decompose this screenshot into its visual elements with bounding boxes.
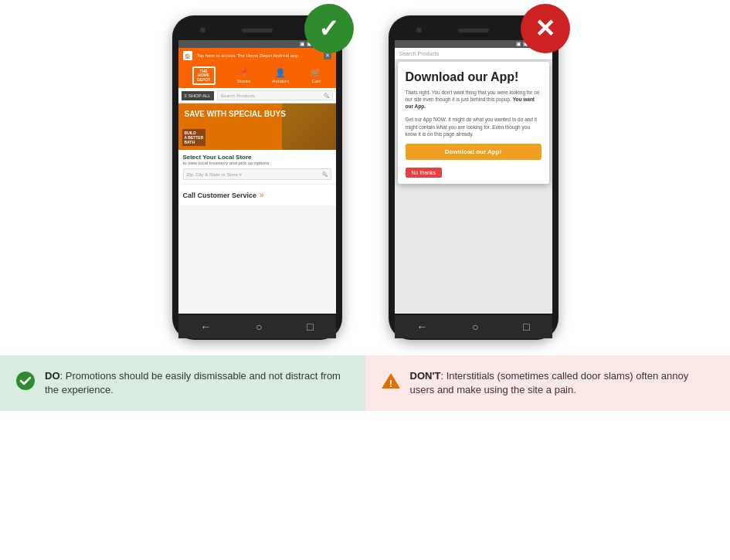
store-section-sub: to view local inventory and pick up opti… bbox=[183, 161, 331, 165]
warning-icon: ! bbox=[381, 371, 401, 395]
hd-toolbar: ≡ SHOP ALL Search Products 🔍 bbox=[178, 88, 336, 104]
left-phone: ▣ ▣ ▣ ▶ ▮▮ 🏠 Tap here to access The Home… bbox=[172, 15, 342, 340]
do-icon bbox=[15, 371, 36, 395]
phone-speaker-right bbox=[458, 29, 489, 32]
warning-triangle-icon: ! bbox=[381, 371, 401, 391]
home-btn-right[interactable]: ○ bbox=[472, 321, 478, 333]
phone-speaker bbox=[242, 29, 273, 32]
call-customer-service[interactable]: Call Customer Service » bbox=[178, 185, 336, 205]
right-search-bar[interactable]: Search Products bbox=[395, 48, 552, 60]
svg-text:!: ! bbox=[389, 378, 392, 389]
shop-all-btn[interactable]: ≡ SHOP ALL bbox=[182, 91, 214, 100]
right-phone: ▣ ▣ ▣ ▶ ▮▮ Search Products Download our … bbox=[389, 15, 559, 340]
app-banner[interactable]: 🏠 Tap here to access The Home Depot Andr… bbox=[178, 48, 336, 63]
hero-badge: BUILDA BETTERBATH bbox=[182, 129, 206, 146]
popup-body1: Thats right. You don't want thing that y… bbox=[406, 89, 542, 110]
hd-header: THEHOMEDEPOT 📍 Stores 👤 Account 🛒 Cart bbox=[178, 63, 336, 88]
right-phone-wrapper: ✕ ▣ ▣ ▣ ▶ ▮▮ Search Products bbox=[389, 15, 559, 340]
nav-cart[interactable]: 🛒 Cart bbox=[311, 68, 321, 83]
bottom-nav-left: ← ○ □ bbox=[178, 315, 336, 338]
do-panel-text: DO: Promotions should be easily dismissa… bbox=[45, 369, 350, 397]
no-thanks-btn[interactable]: No thanks bbox=[406, 164, 542, 178]
home-btn[interactable]: ○ bbox=[256, 321, 262, 333]
store-section-title: Select Your Local Store bbox=[183, 154, 331, 161]
screen-right: Search Products Download our App! Thats … bbox=[395, 48, 552, 314]
back-btn-right[interactable]: ← bbox=[416, 321, 427, 333]
hero-text: SAVE WITH SPECIAL BUYS bbox=[185, 110, 330, 119]
hd-hero: SAVE WITH SPECIAL BUYS BUILDA BETTERBATH bbox=[178, 104, 336, 150]
store-input[interactable]: Zip, City & State or Store # 🔍 bbox=[183, 168, 331, 180]
call-arrow: » bbox=[260, 191, 264, 199]
bottom-panels: DO: Promotions should be easily dismissa… bbox=[0, 355, 730, 411]
main-content: ✓ ▣ ▣ ▣ ▶ ▮▮ 🏠 Tap here to access The Ho… bbox=[0, 0, 730, 355]
hd-logo: THEHOMEDEPOT bbox=[192, 66, 216, 85]
nav-account[interactable]: 👤 Account bbox=[272, 68, 289, 83]
banner-text: Tap here to access The Home Depot Androi… bbox=[197, 53, 300, 58]
popup-title: Download our App! bbox=[406, 70, 542, 84]
call-service-text: Call Customer Service bbox=[183, 192, 257, 199]
dont-panel-text: DON'T: Interstitials (sometimes called d… bbox=[410, 369, 715, 397]
interstitial-popup: Download our App! Thats right. You don't… bbox=[398, 62, 549, 184]
store-section: Select Your Local Store to view local in… bbox=[178, 150, 336, 185]
download-btn[interactable]: Download our App! bbox=[406, 144, 542, 160]
phone-camera-right bbox=[416, 28, 422, 33]
recents-btn[interactable]: □ bbox=[307, 321, 313, 333]
recents-btn-right[interactable]: □ bbox=[523, 321, 529, 333]
svg-point-0 bbox=[16, 372, 35, 390]
dont-panel: ! DON'T: Interstitials (sometimes called… bbox=[365, 355, 731, 411]
screen-left: 🏠 Tap here to access The Home Depot Andr… bbox=[178, 48, 336, 314]
bottom-nav-right: ← ○ □ bbox=[395, 315, 552, 338]
good-badge: ✓ bbox=[304, 4, 354, 53]
checkmark-circle-icon bbox=[15, 371, 36, 391]
popup-body2: Get our App NOW. It might do what you wa… bbox=[406, 116, 542, 137]
nav-stores[interactable]: 📍 Stores bbox=[237, 68, 250, 83]
left-phone-wrapper: ✓ ▣ ▣ ▣ ▶ ▮▮ 🏠 Tap here to access The Ho… bbox=[172, 15, 342, 340]
banner-icon: 🏠 bbox=[183, 51, 192, 60]
phone-camera bbox=[200, 28, 205, 33]
bad-badge: ✕ bbox=[521, 4, 570, 53]
search-bar-left[interactable]: Search Products 🔍 bbox=[217, 90, 333, 100]
back-btn[interactable]: ← bbox=[200, 321, 211, 333]
do-panel: DO: Promotions should be easily dismissa… bbox=[0, 355, 365, 411]
